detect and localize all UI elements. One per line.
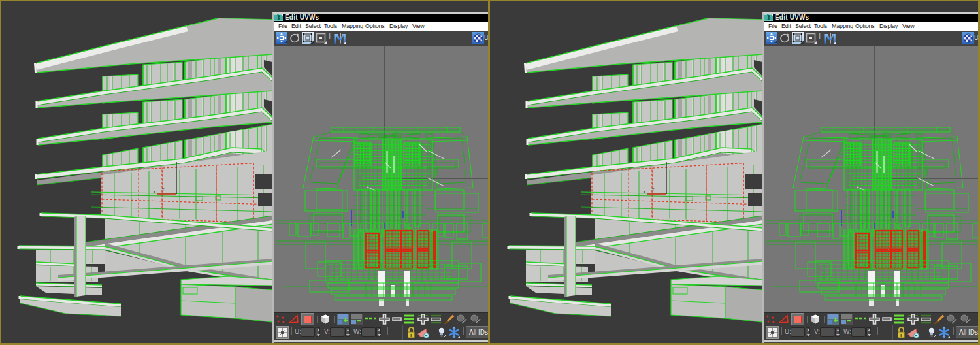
svg-text:x: x	[643, 189, 645, 195]
svg-text:Y: Y	[161, 186, 165, 192]
svg-text:Y: Y	[651, 186, 655, 192]
svg-text:x: x	[153, 189, 155, 195]
